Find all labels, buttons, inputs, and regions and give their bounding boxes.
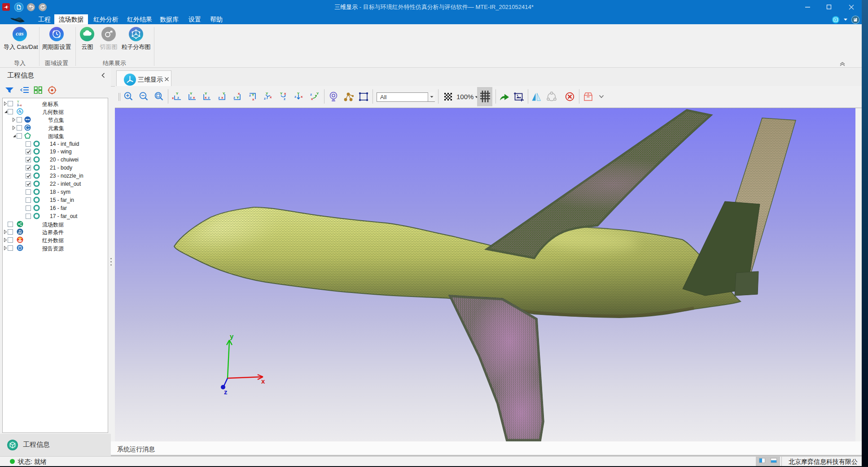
svg-text:Y: Y [17, 100, 19, 103]
svg-text:y: y [230, 332, 234, 340]
svg-text:Y: Y [190, 92, 193, 96]
svg-text:z: z [177, 96, 179, 100]
svg-text:x: x [205, 96, 207, 100]
svg-text:z: z [208, 96, 210, 100]
svg-text:x: x [193, 96, 195, 100]
svg-text:x: x [221, 96, 224, 100]
svg-text:z: z [284, 97, 285, 101]
svg-text:Y: Y [176, 92, 179, 96]
svg-text:x: x [261, 377, 265, 385]
svg-text:x: x [252, 97, 254, 101]
svg-text:z: z [264, 96, 266, 100]
svg-text:x: x [301, 95, 303, 99]
svg-text:x: x [20, 104, 22, 107]
svg-text:z: z [17, 104, 19, 107]
svg-text:z: z [224, 388, 228, 396]
svg-text:Y: Y [280, 92, 283, 96]
svg-text:Y: Y [205, 92, 207, 96]
svg-text:x: x [270, 95, 272, 99]
svg-text:Y: Y [252, 93, 254, 97]
svg-text:Y: Y [316, 92, 319, 96]
svg-text:x: x [311, 97, 313, 101]
svg-text:z: z [218, 96, 220, 100]
svg-text:x: x [172, 96, 174, 100]
svg-text:z: z [294, 95, 296, 99]
svg-text:z: z [233, 96, 235, 100]
svg-text:z: z [310, 92, 312, 96]
svg-text:Y: Y [237, 96, 239, 100]
svg-text:z: z [249, 93, 251, 97]
svg-text:z: z [190, 96, 192, 100]
